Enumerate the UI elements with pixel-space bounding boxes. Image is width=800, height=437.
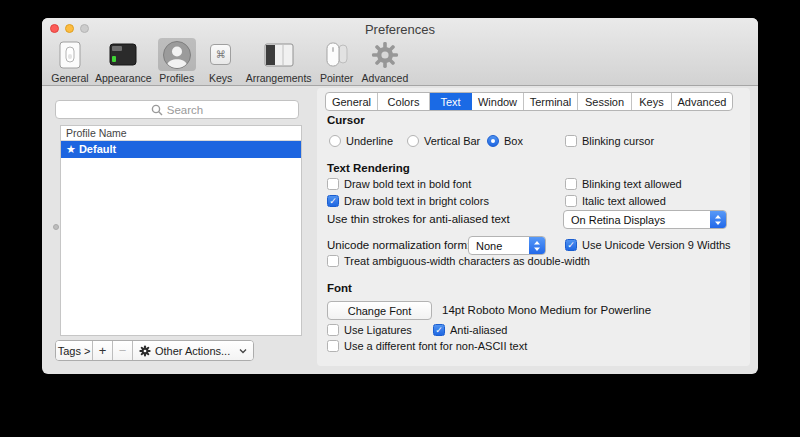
checkbox-icon[interactable]: ✓ xyxy=(565,195,577,207)
splitter-handle-icon[interactable] xyxy=(53,224,59,230)
preferences-window: Preferences General Appearance xyxy=(42,18,758,374)
profile-row-default[interactable]: ★ Default xyxy=(61,141,301,158)
radio-icon[interactable] xyxy=(329,135,341,147)
change-font-button[interactable]: Change Font xyxy=(327,301,432,320)
checkbox-checked-icon[interactable]: ✓ xyxy=(565,239,577,251)
tab-terminal[interactable]: Terminal xyxy=(524,93,578,110)
checkbox-checked-icon[interactable]: ✓ xyxy=(327,195,339,207)
checkbox-icon[interactable]: ✓ xyxy=(327,255,339,267)
command-key-icon: ⌘ xyxy=(202,38,240,71)
unicode-normalization-row: Unicode normalization form: None ✓ Use U… xyxy=(327,236,747,255)
popup-stepper-icon xyxy=(529,236,545,255)
checkbox-checked-icon[interactable]: ✓ xyxy=(433,324,445,336)
checkbox-antialiased[interactable]: ✓ Anti-aliased xyxy=(433,324,507,336)
profile-list: Profile Name ★ Default xyxy=(60,125,302,336)
titlebar: Preferences General Appearance xyxy=(42,18,758,86)
toolbar-item-general[interactable]: General xyxy=(48,38,92,84)
toolbar-item-profiles[interactable]: Profiles xyxy=(155,38,199,84)
other-actions-label: Other Actions... xyxy=(155,345,230,357)
checkbox-non-ascii-font[interactable]: ✓ Use a different font for non-ASCII tex… xyxy=(327,340,527,352)
unicode-normalization-label: Unicode normalization form: xyxy=(327,236,470,255)
unicode-normalization-popup[interactable]: None xyxy=(468,236,546,255)
toolbar-label: Keys xyxy=(209,72,232,84)
text-rendering-heading: Text Rendering xyxy=(327,162,410,174)
tab-keys[interactable]: Keys xyxy=(632,93,672,110)
checkbox-ambiguous-width[interactable]: ✓ Treat ambiguous-width characters as do… xyxy=(327,255,590,267)
checkbox-unicode9[interactable]: ✓ Use Unicode Version 9 Widths xyxy=(565,239,731,251)
current-font-label: 14pt Roboto Mono Medium for Powerline xyxy=(442,301,651,320)
text-rendering-row-2: ✓ Draw bold text in bright colors ✓ Ital… xyxy=(327,195,747,209)
thin-strokes-popup[interactable]: On Retina Displays xyxy=(563,210,727,229)
remove-profile-button[interactable]: − xyxy=(113,341,133,360)
search-input[interactable]: Search xyxy=(55,100,299,119)
toolbar-item-keys[interactable]: ⌘ Keys xyxy=(199,38,243,84)
toolbar: General Appearance Profiles ⌘ xyxy=(48,38,411,84)
ambiguous-width-row: ✓ Treat ambiguous-width characters as do… xyxy=(327,255,747,269)
tab-advanced[interactable]: Advanced xyxy=(672,93,732,110)
tab-session[interactable]: Session xyxy=(578,93,632,110)
radio-box[interactable]: Box xyxy=(487,135,523,147)
toolbar-item-appearance[interactable]: Appearance xyxy=(92,38,155,84)
checkbox-icon[interactable]: ✓ xyxy=(327,324,339,336)
non-ascii-row: ✓ Use a different font for non-ASCII tex… xyxy=(327,340,747,354)
gear-icon xyxy=(366,38,404,71)
mouse-icon xyxy=(318,38,356,71)
checkbox-icon[interactable]: ✓ xyxy=(565,178,577,190)
search-placeholder: Search xyxy=(167,104,203,116)
checkbox-ligatures[interactable]: ✓ Use Ligatures xyxy=(327,324,412,336)
checkbox-icon[interactable]: ✓ xyxy=(327,340,339,352)
gear-small-icon xyxy=(139,345,151,357)
radio-selected-icon[interactable] xyxy=(487,135,499,147)
toolbar-label: Advanced xyxy=(362,72,409,84)
window-title: Preferences xyxy=(42,22,758,37)
toolbar-label: Appearance xyxy=(95,72,152,84)
tab-text[interactable]: Text xyxy=(430,93,472,110)
toolbar-label: General xyxy=(51,72,88,84)
profile-list-header: Profile Name xyxy=(61,126,301,141)
checkbox-italic-text[interactable]: ✓ Italic text allowed xyxy=(565,195,666,207)
popup-stepper-icon xyxy=(710,210,726,229)
tab-window[interactable]: Window xyxy=(472,93,524,110)
toolbar-label: Arrangements xyxy=(246,72,312,84)
checkbox-icon[interactable]: ✓ xyxy=(565,135,577,147)
toolbar-item-pointer[interactable]: Pointer xyxy=(315,38,359,84)
checkbox-blinking-text[interactable]: ✓ Blinking text allowed xyxy=(565,178,682,190)
radio-icon[interactable] xyxy=(407,135,419,147)
font-heading: Font xyxy=(327,282,352,294)
checkbox-blinking-cursor[interactable]: ✓ Blinking cursor xyxy=(565,135,654,147)
add-profile-button[interactable]: + xyxy=(93,341,113,360)
tags-button[interactable]: Tags > xyxy=(56,341,93,360)
thin-strokes-label: Use thin strokes for anti-aliased text xyxy=(327,210,510,229)
profile-actions-bar: Tags > + − xyxy=(55,340,254,361)
text-rendering-row-1: ✓ Draw bold text in bold font ✓ Blinking… xyxy=(327,178,747,192)
search-icon xyxy=(151,104,163,116)
checkbox-icon[interactable]: ✓ xyxy=(327,178,339,190)
tab-general[interactable]: General xyxy=(326,93,378,110)
thin-strokes-row: Use thin strokes for anti-aliased text O… xyxy=(327,210,747,229)
toolbar-label: Profiles xyxy=(159,72,194,84)
desktop: Preferences General Appearance xyxy=(0,0,800,437)
light-switch-icon xyxy=(51,38,89,71)
checkbox-bright-colors[interactable]: ✓ Draw bold text in bright colors xyxy=(327,195,489,207)
appearance-panel-icon xyxy=(104,38,142,71)
person-icon xyxy=(158,38,196,71)
other-actions-button[interactable]: Other Actions... xyxy=(133,341,253,360)
checkbox-bold-font[interactable]: ✓ Draw bold text in bold font xyxy=(327,178,471,190)
toolbar-item-advanced[interactable]: Advanced xyxy=(359,38,412,84)
radio-underline[interactable]: Underline xyxy=(329,135,393,147)
font-options-row: ✓ Use Ligatures ✓ Anti-aliased xyxy=(327,324,747,338)
window-panes-icon xyxy=(260,38,298,71)
change-font-row: Change Font 14pt Roboto Mono Medium for … xyxy=(327,301,747,320)
cursor-heading: Cursor xyxy=(327,114,365,126)
toolbar-label: Pointer xyxy=(320,72,353,84)
toolbar-item-arrangements[interactable]: Arrangements xyxy=(243,38,315,84)
tab-colors[interactable]: Colors xyxy=(378,93,430,110)
radio-vertical-bar[interactable]: Vertical Bar xyxy=(407,135,480,147)
tab-bar: General Colors Text Window Terminal Sess… xyxy=(325,92,733,111)
chevron-down-icon xyxy=(239,348,247,354)
cursor-options-row: Underline Vertical Bar Box ✓ Blinking cu… xyxy=(327,135,747,149)
